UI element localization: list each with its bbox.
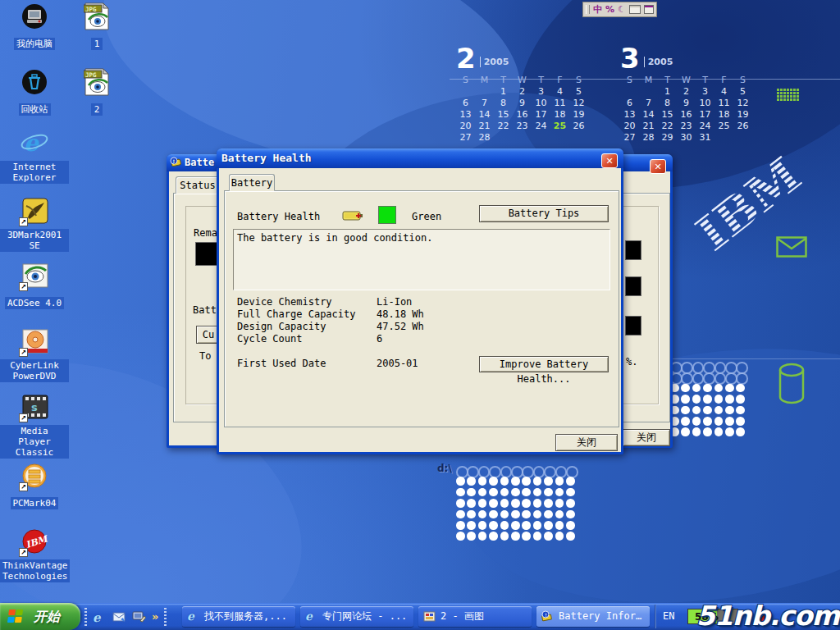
calendar-day: 27 bbox=[620, 131, 639, 143]
desktop-icon-3dmark2001[interactable]: ↗ 3DMark2001 SE bbox=[0, 198, 69, 252]
battery-tips-button[interactable]: Battery Tips bbox=[479, 205, 609, 222]
info-label: Device Chemistry bbox=[237, 296, 332, 308]
close-button[interactable]: 关闭 bbox=[623, 429, 670, 446]
dot bbox=[692, 362, 705, 374]
dot bbox=[714, 417, 724, 426]
desktop-icon-my-computer[interactable]: 我的电脑 bbox=[0, 3, 69, 50]
close-icon[interactable]: ✕ bbox=[601, 153, 618, 168]
start-button[interactable]: 开始 bbox=[0, 603, 80, 630]
taskbar-button[interactable]: !Battery Infor... bbox=[536, 606, 650, 627]
quick-launch-expand-chevron[interactable]: » bbox=[152, 610, 158, 623]
calendar-day: 12 bbox=[569, 97, 588, 108]
calendar-day: 3 bbox=[532, 85, 550, 97]
internet-explorer-quicklaunch-icon[interactable]: e bbox=[93, 609, 107, 623]
calendar-day: 10 bbox=[532, 97, 550, 108]
desktop-icon-pcmark04[interactable]: ↗ PCMark04 bbox=[0, 463, 69, 509]
desktop-icon-media-player-classic[interactable]: s ↗ Media Player Classic bbox=[0, 394, 69, 459]
desktop-icon-recycle-bin[interactable]: 回收站 bbox=[0, 69, 69, 116]
dot bbox=[533, 477, 542, 486]
dot bbox=[681, 384, 690, 393]
calendar-day: 8 bbox=[658, 97, 677, 108]
desktop-icon-thinkvantage[interactable]: IBM ↗ ThinkVantage Technologies bbox=[0, 528, 69, 582]
quick-launch: e » bbox=[84, 603, 167, 630]
jpg-file-icon: JPG bbox=[84, 67, 110, 97]
dot bbox=[467, 499, 476, 508]
dot bbox=[566, 499, 575, 508]
dot bbox=[714, 427, 724, 436]
ime-grip[interactable] bbox=[586, 5, 590, 14]
dot bbox=[725, 417, 734, 426]
close-button[interactable]: 关闭 bbox=[555, 434, 618, 451]
show-desktop-icon[interactable] bbox=[132, 609, 146, 623]
dot bbox=[703, 427, 712, 436]
dot bbox=[544, 521, 553, 530]
condition-text-box: The battery is in good condition. bbox=[233, 229, 610, 290]
desktop-file-jpg-2[interactable]: JPG 2 bbox=[77, 67, 116, 116]
dot bbox=[544, 488, 553, 497]
dot bbox=[500, 532, 509, 541]
ime-chinese-indicator[interactable]: 中 bbox=[593, 3, 602, 16]
dot bbox=[725, 395, 734, 404]
calendar-day: 20 bbox=[456, 120, 475, 131]
calendar-day: 7 bbox=[639, 97, 658, 108]
ime-keyboard-icon[interactable] bbox=[629, 5, 641, 14]
desktop-icon-internet-explorer[interactable]: e Internet Explorer bbox=[0, 130, 69, 184]
ime-language-bar[interactable]: 中 % ☾ bbox=[582, 2, 657, 17]
dot bbox=[736, 406, 745, 415]
battery-health-titlebar[interactable]: Battery Health bbox=[217, 148, 623, 168]
dot bbox=[725, 427, 734, 436]
dot bbox=[500, 521, 509, 530]
calendar-day: 13 bbox=[620, 108, 639, 120]
taskbar-button-label: 2 - 画图 bbox=[441, 610, 484, 622]
dot bbox=[736, 362, 748, 374]
close-icon[interactable]: ✕ bbox=[650, 159, 666, 174]
desktop-icon-acdsee[interactable]: ↗ ACDSee 4.0 bbox=[0, 262, 69, 309]
dot bbox=[714, 395, 724, 404]
envelope-icon bbox=[776, 236, 807, 258]
dot bbox=[692, 427, 701, 436]
dot bbox=[489, 466, 501, 478]
condition-text: The battery is in good condition. bbox=[237, 232, 432, 244]
language-indicator[interactable]: EN bbox=[663, 603, 674, 630]
calendar-day: 22 bbox=[494, 120, 513, 131]
calendar-day: 12 bbox=[733, 97, 752, 108]
calendar-day: 14 bbox=[475, 108, 494, 120]
dot bbox=[456, 499, 465, 508]
quick-launch-handle[interactable] bbox=[164, 608, 167, 626]
dot bbox=[555, 499, 564, 508]
ie-icon: e bbox=[305, 609, 318, 623]
calendar-day bbox=[639, 85, 658, 97]
calendar-day: 24 bbox=[696, 120, 714, 131]
status-color-swatch bbox=[378, 206, 396, 224]
dot bbox=[555, 521, 564, 530]
dot bbox=[489, 510, 498, 519]
tab-battery[interactable]: Battery bbox=[229, 174, 275, 191]
taskbar-button[interactable]: 2 - 画图 bbox=[418, 606, 532, 627]
tab-status[interactable]: Status bbox=[176, 176, 220, 194]
battery-health-value: Green bbox=[412, 211, 441, 222]
ime-halfwidth-icon[interactable]: % bbox=[605, 3, 614, 16]
calendar-day: 14 bbox=[639, 108, 658, 120]
dot bbox=[533, 499, 542, 508]
outlook-express-icon[interactable] bbox=[112, 609, 126, 623]
desktop-icon-powerdvd[interactable]: ↗ CyberLink PowerDVD bbox=[0, 328, 69, 382]
improve-battery-health-button[interactable]: Improve Battery Health... bbox=[479, 356, 609, 372]
calendar-day: 5 bbox=[733, 85, 752, 97]
dot bbox=[714, 372, 727, 385]
info-label: Cycle Count bbox=[237, 333, 302, 345]
calendar-day: 6 bbox=[456, 97, 475, 108]
dot bbox=[500, 477, 509, 486]
dot bbox=[456, 477, 465, 486]
taskbar-button[interactable]: e专门网论坛 - ... bbox=[300, 606, 413, 627]
ime-menu-icon[interactable] bbox=[644, 5, 654, 14]
calendar-day: 17 bbox=[532, 108, 550, 120]
ime-punctuation-icon[interactable]: ☾ bbox=[618, 3, 626, 16]
svg-text:JPG: JPG bbox=[85, 6, 97, 13]
desktop: 22005SMTWTFS1234567891011121314151617181… bbox=[0, 0, 840, 630]
quick-launch-handle[interactable] bbox=[84, 608, 87, 626]
desktop-file-jpg-1[interactable]: JPG 1 bbox=[77, 2, 116, 50]
taskbar-button[interactable]: e找不到服务器,... bbox=[182, 606, 295, 627]
dot bbox=[703, 395, 712, 404]
battery-health-label: Battery Health bbox=[237, 211, 320, 222]
svg-text:!: ! bbox=[173, 158, 176, 164]
